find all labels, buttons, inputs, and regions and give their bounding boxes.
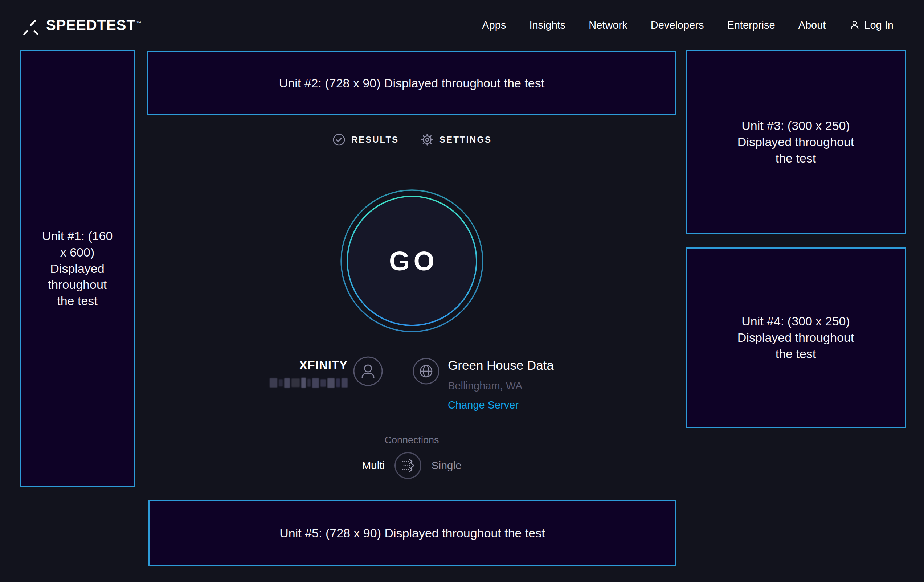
user-circle-icon [353,356,383,386]
connections-single-label[interactable]: Single [431,459,461,472]
go-label: GO [340,190,483,332]
tab-results[interactable]: RESULTS [332,132,399,147]
main-content: RESULTS [147,0,676,582]
redacted-isp-details [270,378,348,388]
nav-item-about[interactable]: About [799,19,826,31]
ad-unit-4-text: Unit #4: (300 x 250) Displayed throughou… [731,313,861,362]
login-button[interactable]: Log In [849,19,894,31]
tab-settings-label: SETTINGS [439,135,492,145]
speedtest-page: SPEEDTEST™ Apps Insights Network Develop… [0,0,924,582]
nav-item-enterprise[interactable]: Enterprise [727,19,775,31]
ad-unit-1-text: Unit #1: (160 x 600) Displayed throughou… [41,228,114,309]
server-location: Bellingham, WA [448,379,554,392]
connections-toggle-icon[interactable] [394,452,422,479]
server-name: Green House Data [448,358,554,373]
tab-bar: RESULTS [147,130,676,150]
tab-results-label: RESULTS [351,135,399,145]
tab-settings[interactable]: SETTINGS [420,132,492,147]
login-label: Log In [864,19,894,31]
go-button[interactable]: GO [340,190,483,332]
isp-info: XFINITY [270,356,383,388]
ad-unit-4[interactable]: Unit #4: (300 x 250) Displayed throughou… [686,247,906,428]
connections-multi-label[interactable]: Multi [362,459,385,472]
ad-unit-1[interactable]: Unit #1: (160 x 600) Displayed throughou… [20,50,135,487]
gear-icon [420,132,434,147]
globe-icon [412,358,440,385]
logo-text: SPEEDTEST™ [46,17,141,33]
connection-info: XFINITY [147,356,676,411]
gauge-icon [21,15,41,35]
change-server-link[interactable]: Change Server [448,398,554,411]
speedtest-logo[interactable]: SPEEDTEST™ [21,15,141,35]
ad-unit-3-text: Unit #3: (300 x 250) Displayed throughou… [731,117,861,167]
isp-name: XFINITY [299,358,348,373]
connections-toggle-row: Multi Single [147,452,676,479]
user-icon [849,19,860,31]
server-info: Green House Data Bellingham, WA Change S… [412,356,554,411]
check-circle-icon [332,132,346,147]
trademark-mark: ™ [137,20,142,26]
connections-label: Connections [147,434,676,446]
ad-unit-3[interactable]: Unit #3: (300 x 250) Displayed throughou… [686,50,906,234]
